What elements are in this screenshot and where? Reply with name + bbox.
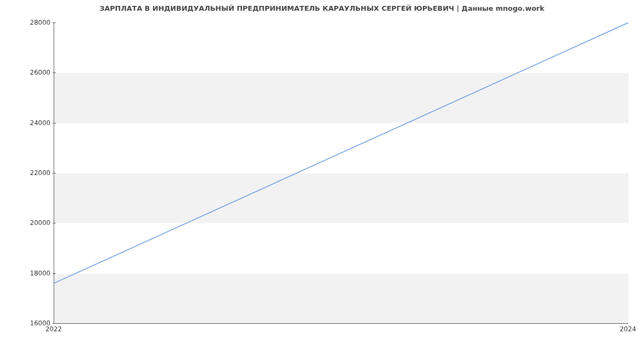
x-tick-label: 2022 [46, 325, 62, 333]
y-tick-label: 16000 [2, 319, 50, 327]
line-series [54, 23, 628, 323]
y-tick-label: 20000 [2, 219, 50, 227]
plot-area [54, 23, 628, 324]
y-gridline [54, 323, 628, 324]
y-tick-label: 26000 [2, 69, 50, 76]
y-tick-label: 28000 [2, 19, 50, 26]
y-tick-label: 24000 [2, 119, 50, 127]
y-tick-label: 18000 [2, 270, 50, 277]
y-tick-label: 22000 [2, 169, 50, 177]
chart-title: ЗАРПЛАТА В ИНДИВИДУАЛЬНЫЙ ПРЕДПРИНИМАТЕЛ… [0, 4, 644, 12]
x-tick-label: 2024 [620, 325, 636, 333]
